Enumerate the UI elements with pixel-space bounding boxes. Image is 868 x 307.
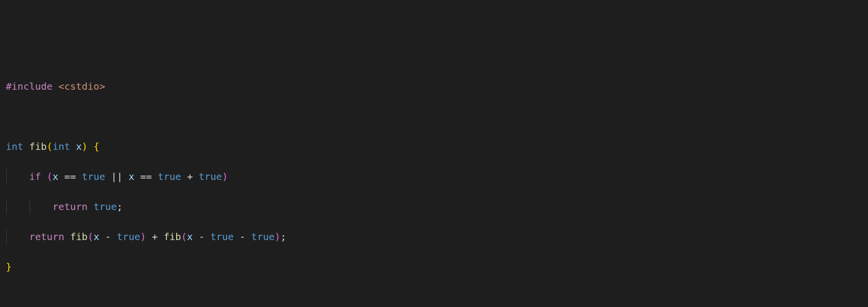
brace: {	[94, 141, 99, 152]
operator: -	[240, 231, 246, 242]
indent	[6, 231, 29, 242]
operator: ||	[111, 171, 123, 182]
operator: +	[152, 231, 158, 242]
operator: -	[105, 231, 111, 242]
constant-true: true	[211, 231, 234, 242]
code-line[interactable]: return true;	[6, 199, 862, 214]
brace: }	[6, 261, 12, 273]
variable: x	[187, 231, 193, 242]
code-line[interactable]	[6, 290, 862, 305]
constant-true: true	[158, 171, 181, 182]
type-keyword: int	[52, 141, 70, 152]
constant-true: true	[199, 171, 222, 182]
operator: +	[187, 171, 193, 182]
code-line[interactable]	[6, 109, 862, 124]
code-line[interactable]: #include <cstdio>	[6, 79, 862, 94]
include-path: <cstdio>	[58, 81, 105, 92]
constant-true: true	[94, 201, 117, 212]
paren: )	[140, 231, 146, 242]
keyword-return: return	[29, 231, 64, 242]
keyword-return: return	[52, 201, 87, 212]
type-keyword: int	[6, 141, 23, 152]
constant-true: true	[82, 171, 105, 182]
variable: x	[129, 171, 134, 182]
constant-true: true	[251, 231, 275, 242]
operator: ==	[64, 171, 76, 182]
variable: x	[52, 171, 58, 182]
paren: (	[88, 231, 94, 242]
semicolon: ;	[280, 231, 286, 242]
operator: ==	[140, 171, 152, 182]
paren: (	[47, 171, 52, 182]
function-call: fib	[164, 231, 181, 242]
paren: )	[82, 141, 88, 152]
parameter: x	[76, 141, 82, 152]
code-line[interactable]: if (x == true || x == true + true)	[6, 169, 862, 184]
operator: -	[198, 231, 204, 242]
paren: (	[47, 141, 52, 152]
code-line[interactable]: return fib(x - true) + fib(x - true - tr…	[6, 229, 862, 244]
code-line[interactable]: int fib(int x) {	[6, 139, 862, 154]
function-name: fib	[29, 141, 47, 152]
code-line[interactable]: }	[6, 259, 862, 275]
indent	[6, 171, 29, 182]
paren: )	[275, 231, 280, 242]
paren: (	[181, 231, 187, 242]
preprocessor-directive: #include	[6, 81, 52, 92]
code-editor[interactable]: #include <cstdio> int fib(int x) { if (x…	[6, 64, 862, 307]
indent	[6, 201, 52, 212]
function-call: fib	[70, 231, 87, 242]
paren: )	[222, 171, 228, 182]
variable: x	[94, 231, 99, 242]
keyword-if: if	[29, 171, 41, 182]
constant-true: true	[117, 231, 140, 242]
semicolon: ;	[117, 201, 123, 212]
